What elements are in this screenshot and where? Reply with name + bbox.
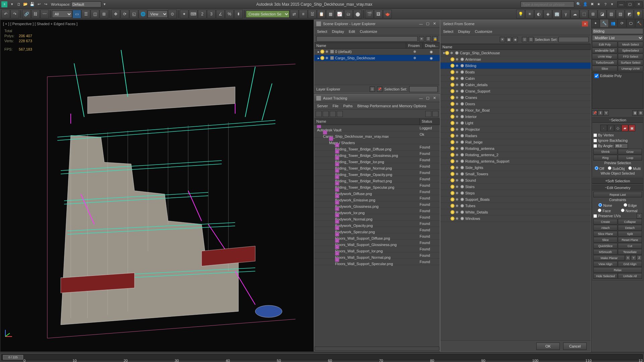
curve-editor-icon[interactable]: 📈: [335, 10, 344, 18]
frozen-toggle[interactable]: ❄: [406, 50, 423, 54]
grow-button[interactable]: Grow: [618, 149, 642, 155]
angle-snap-icon[interactable]: ∠: [216, 10, 225, 18]
sfs-item-row[interactable]: ❄Side_lights: [440, 165, 591, 171]
sfs-item-row[interactable]: ❄Rotating_antenna_2: [440, 152, 591, 158]
visibility-icon[interactable]: [450, 76, 454, 80]
lightbulb-icon[interactable]: 💡: [634, 10, 643, 18]
freeze-icon[interactable]: ❄: [455, 166, 460, 170]
preview-multi-radio[interactable]: [628, 166, 632, 170]
window-crossing-icon[interactable]: ⊞: [100, 10, 108, 18]
material-editor-icon[interactable]: ⬤: [353, 10, 362, 18]
tool1-icon[interactable]: ⬚: [580, 10, 588, 18]
freeze-icon[interactable]: ❄: [455, 64, 460, 68]
align-icon[interactable]: ≡: [299, 10, 308, 18]
make-planar-button[interactable]: Make Planar: [593, 255, 625, 261]
visibility-icon[interactable]: [450, 115, 454, 119]
at-menu-file[interactable]: File: [332, 104, 338, 108]
bind-space-warp-icon[interactable]: 〰: [40, 10, 49, 18]
se-col-frozen[interactable]: Frozen: [406, 43, 423, 48]
quickslice-button[interactable]: QuickSlice: [593, 243, 618, 249]
subobj-border-icon[interactable]: ◇: [614, 125, 621, 131]
constraint-edge-radio[interactable]: [624, 203, 627, 207]
light-icon[interactable]: 💡: [516, 10, 525, 18]
sfs-filter2-icon[interactable]: ◈: [513, 37, 518, 42]
move-icon[interactable]: ✥: [111, 10, 120, 18]
sfs-item-row[interactable]: ❄Antennae: [440, 56, 591, 63]
modifier-preset-button[interactable]: Edit Poly: [592, 42, 618, 47]
layer-row[interactable]: ▸❄0 (default)❄◉: [314, 49, 440, 55]
layer-row[interactable]: ▸❄Cargo_Ship_Deckhouse❄◉: [314, 55, 440, 61]
freeze-icon[interactable]: ❄: [455, 185, 460, 189]
freeze-icon[interactable]: ❄: [455, 191, 460, 195]
tab-modify-icon[interactable]: 🔧: [600, 19, 609, 27]
save-icon[interactable]: 💾: [29, 1, 35, 7]
freeze-icon[interactable]: ❄: [455, 102, 460, 106]
se-view-icon[interactable]: ☰: [426, 36, 431, 42]
se-col-display[interactable]: Displa...: [423, 43, 440, 48]
display-toggle[interactable]: ◉: [423, 56, 440, 60]
sfs-item-row[interactable]: ❄Doors: [440, 101, 591, 107]
manipulate-icon[interactable]: ✦: [180, 10, 189, 18]
visibility-icon[interactable]: [450, 134, 454, 138]
visibility-icon[interactable]: [450, 140, 454, 144]
raytrace-icon[interactable]: ◈: [543, 10, 552, 18]
visibility-icon[interactable]: [450, 178, 454, 182]
rollout-edit-geometry-header[interactable]: − Edit Geometry: [592, 185, 643, 190]
freeze-icon[interactable]: ❄: [455, 76, 460, 80]
visibility-icon[interactable]: [450, 217, 454, 221]
planar-x-button[interactable]: X: [625, 255, 631, 260]
new-icon[interactable]: 🗋: [16, 1, 22, 7]
help-dropdown-icon[interactable]: ▾: [609, 1, 615, 7]
visibility-icon[interactable]: [320, 56, 324, 60]
visibility-icon[interactable]: [450, 96, 454, 100]
freeze-icon[interactable]: ❄: [455, 172, 460, 176]
se-filter-input[interactable]: [316, 36, 418, 42]
sfs-cancel-button[interactable]: Cancel: [563, 343, 587, 350]
relax-button[interactable]: Relax: [593, 267, 642, 273]
sfs-item-row[interactable]: ❄Bilding: [440, 63, 591, 69]
sfs-clear-icon[interactable]: ✕: [500, 37, 505, 42]
ring-button[interactable]: Ring: [593, 155, 618, 161]
visibility-icon[interactable]: [445, 51, 449, 55]
panel-minimize-icon[interactable]: —: [418, 21, 424, 26]
visibility-icon[interactable]: [450, 159, 454, 163]
panel-close-icon[interactable]: ✕: [431, 21, 438, 26]
freeze-icon[interactable]: ❄: [455, 70, 460, 74]
freeze-icon[interactable]: ❄: [455, 115, 460, 119]
se-menu-customize[interactable]: Customize: [360, 29, 377, 34]
constraint-none-radio[interactable]: [598, 203, 602, 207]
workspace-dropdown-icon[interactable]: ▾: [102, 1, 108, 7]
visibility-icon[interactable]: [450, 83, 454, 87]
at-help-icon[interactable]: [432, 111, 438, 117]
sfs-menu-select[interactable]: Select: [443, 29, 453, 34]
modifier-list-select[interactable]: Modifier List: [592, 35, 643, 41]
render-icon[interactable]: 🫖: [383, 10, 392, 18]
collapse-button[interactable]: Collapse: [618, 219, 642, 225]
sfs-item-row[interactable]: ❄Cranes: [440, 95, 591, 101]
at-menu-bitmap[interactable]: Bitmap Performance and Memory Options: [357, 104, 426, 108]
keyboard-shortcut-icon[interactable]: ⌨: [189, 10, 198, 18]
scale-icon[interactable]: ◱: [129, 10, 138, 18]
subobj-element-icon[interactable]: ▣: [629, 125, 635, 131]
visibility-icon[interactable]: [450, 166, 454, 170]
visibility-icon[interactable]: [450, 89, 454, 93]
close-button[interactable]: ✕: [635, 1, 643, 7]
visibility-icon[interactable]: [450, 102, 454, 106]
tool6-icon[interactable]: ◩: [625, 10, 634, 18]
sfs-item-row[interactable]: ❄Floor_for_Boat: [440, 107, 591, 114]
percent-snap-icon[interactable]: %: [225, 10, 234, 18]
at-menu-server[interactable]: Server: [317, 104, 328, 108]
slice-button[interactable]: Slice: [593, 237, 618, 243]
snap-3d-icon[interactable]: 3: [207, 10, 216, 18]
freeze-icon[interactable]: ❄: [325, 56, 329, 60]
freeze-icon[interactable]: ❄: [455, 96, 460, 100]
asset-row[interactable]: ▫Floors_Wall_Support_Specular.pngFound: [314, 259, 440, 265]
pin-stack-icon[interactable]: 📌: [592, 110, 597, 116]
tool4-icon[interactable]: ▥: [607, 10, 615, 18]
split-button[interactable]: Split: [618, 231, 642, 237]
undo-dropdown-icon[interactable]: ↩: [36, 1, 42, 7]
at-minimize-icon[interactable]: —: [418, 96, 424, 101]
at-options-icon[interactable]: [425, 111, 431, 117]
undo-icon[interactable]: ↶: [1, 10, 10, 18]
freeze-icon[interactable]: ❄: [455, 159, 460, 163]
